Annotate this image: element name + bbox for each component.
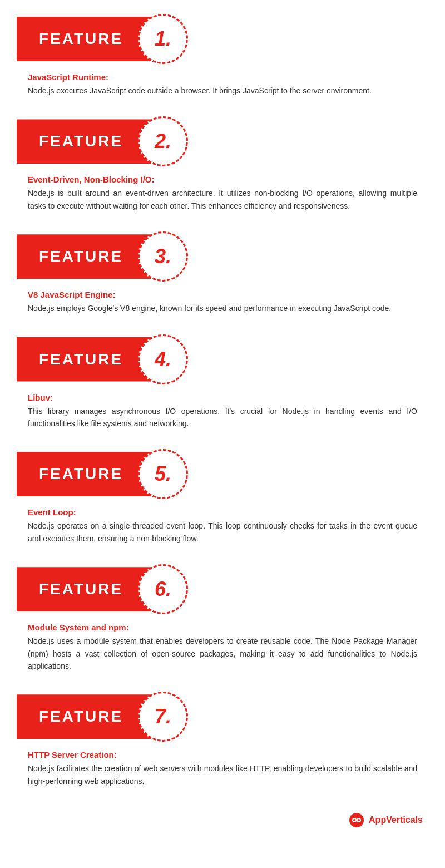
feature-block-7: FEATURE 7. HTTP Server Creation: Node.js…	[0, 689, 445, 798]
feature-title-3: V8 JavaScript Engine:	[28, 290, 417, 299]
number-text-7: 7.	[155, 705, 171, 728]
number-circle-3: 3.	[138, 231, 188, 282]
feature-title-4: Libuv:	[28, 393, 417, 402]
banner-row-4: FEATURE 4.	[0, 332, 445, 387]
feature-block-2: FEATURE 2. Event-Driven, Non-Blocking I/…	[0, 114, 445, 223]
content-area-4: Libuv: This library manages asynchronous…	[0, 387, 445, 441]
banner-row-6: FEATURE 6.	[0, 561, 445, 617]
banner-row-7: FEATURE 7.	[0, 689, 445, 744]
number-circle-2: 2.	[138, 116, 188, 166]
content-area-7: HTTP Server Creation: Node.js facilitate…	[0, 744, 445, 798]
feature-desc-7: Node.js facilitates the creation of web …	[28, 762, 417, 787]
number-circle-7: 7.	[138, 692, 188, 742]
content-area-1: JavaScript Runtime: Node.js executes Jav…	[0, 67, 445, 108]
feature-title-7: HTTP Server Creation:	[28, 750, 417, 760]
feature-desc-3: Node.js employs Google's V8 engine, know…	[28, 302, 417, 314]
svg-point-4	[358, 819, 360, 821]
number-text-1: 1.	[155, 27, 171, 51]
banner-label-6: FEATURE	[17, 580, 123, 598]
banner-row-3: FEATURE 3.	[0, 229, 445, 284]
number-circle-1: 1.	[138, 14, 188, 64]
content-area-5: Event Loop: Node.js operates on a single…	[0, 502, 445, 556]
feature-desc-1: Node.js executes JavaScript code outside…	[28, 85, 417, 97]
svg-point-3	[353, 819, 355, 821]
feature-title-1: JavaScript Runtime:	[28, 72, 417, 82]
feature-title-5: Event Loop:	[28, 507, 417, 517]
banner-label-1: FEATURE	[17, 30, 123, 48]
feature-desc-6: Node.js uses a module system that enable…	[28, 635, 417, 672]
footer-brand: AppVerticals	[0, 804, 445, 834]
content-area-3: V8 JavaScript Engine: Node.js employs Go…	[0, 284, 445, 326]
banner-row-2: FEATURE 2.	[0, 114, 445, 169]
brand-name: AppVerticals	[369, 815, 423, 825]
number-circle-5: 5.	[138, 449, 188, 499]
number-circle-6: 6.	[138, 564, 188, 614]
number-text-2: 2.	[155, 130, 171, 153]
content-area-2: Event-Driven, Non-Blocking I/O: Node.js …	[0, 169, 445, 223]
banner-label-5: FEATURE	[17, 465, 123, 483]
banner-label-4: FEATURE	[17, 351, 123, 368]
banner-label-7: FEATURE	[17, 708, 123, 726]
banner-row-5: FEATURE 5.	[0, 446, 445, 502]
feature-desc-4: This library manages asynchronous I/O op…	[28, 405, 417, 430]
feature-title-2: Event-Driven, Non-Blocking I/O:	[28, 175, 417, 184]
feature-desc-5: Node.js operates on a single-threaded ev…	[28, 520, 417, 545]
feature-block-1: FEATURE 1. JavaScript Runtime: Node.js e…	[0, 11, 445, 108]
number-circle-4: 4.	[138, 334, 188, 384]
page: FEATURE 1. JavaScript Runtime: Node.js e…	[0, 0, 445, 850]
number-text-3: 3.	[155, 245, 171, 268]
number-text-4: 4.	[155, 348, 171, 371]
feature-block-3: FEATURE 3. V8 JavaScript Engine: Node.js…	[0, 229, 445, 326]
number-text-5: 5.	[155, 462, 171, 486]
feature-block-6: FEATURE 6. Module System and npm: Node.j…	[0, 561, 445, 683]
feature-title-6: Module System and npm:	[28, 623, 417, 632]
content-area-6: Module System and npm: Node.js uses a mo…	[0, 617, 445, 683]
banner-label-2: FEATURE	[17, 132, 123, 150]
feature-block-5: FEATURE 5. Event Loop: Node.js operates …	[0, 446, 445, 556]
feature-desc-2: Node.js is built around an event-driven …	[28, 187, 417, 212]
banner-label-3: FEATURE	[17, 248, 123, 265]
feature-block-4: FEATURE 4. Libuv: This library manages a…	[0, 332, 445, 441]
brand-icon	[349, 812, 364, 828]
banner-row-1: FEATURE 1.	[0, 11, 445, 67]
number-text-6: 6.	[155, 578, 171, 601]
